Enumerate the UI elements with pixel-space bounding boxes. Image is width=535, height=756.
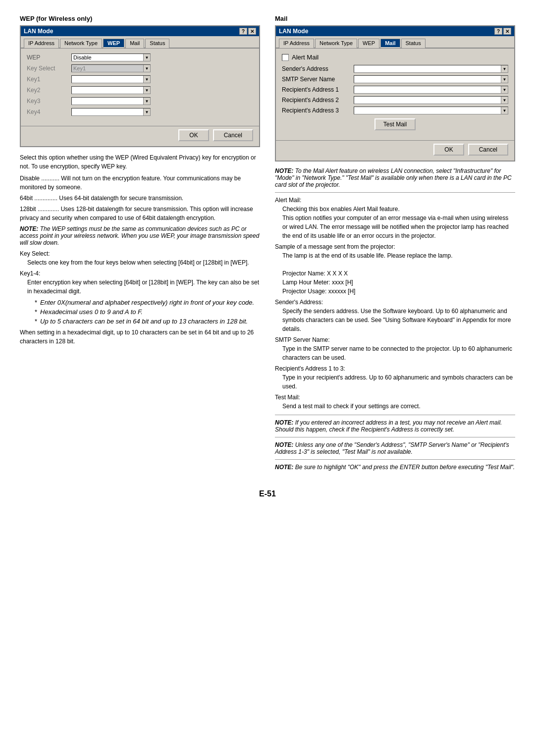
wep-note-italic: NOTE: The WEP settings must be the same … bbox=[20, 225, 260, 246]
bullet-text-1: Enter 0X(numeral and alphabet respective… bbox=[40, 299, 254, 306]
senders-address-input[interactable] bbox=[354, 65, 501, 72]
wep-field-row: WEP ▼ bbox=[27, 54, 253, 61]
key2-input[interactable] bbox=[72, 87, 143, 94]
page-number: E-51 bbox=[20, 489, 515, 508]
key4-input[interactable] bbox=[72, 108, 143, 115]
tab-mail-left[interactable]: Mail bbox=[125, 39, 144, 48]
wep-dialog-footer: OK Cancel bbox=[21, 126, 259, 146]
smtp-section-body: Type in the SMTP server name to be conne… bbox=[282, 344, 515, 362]
recipient2-arrow[interactable]: ▼ bbox=[501, 97, 508, 104]
recipient3-input[interactable] bbox=[354, 107, 501, 114]
test-mail-section-body: Send a test mail to check if your settin… bbox=[282, 402, 515, 411]
senders-address-section-body: Specify the senders address. Use the Sof… bbox=[282, 307, 515, 333]
recipient1-input[interactable] bbox=[354, 86, 501, 93]
key2-input-group[interactable]: ▼ bbox=[71, 86, 151, 94]
senders-address-input-group[interactable]: ▼ bbox=[354, 65, 508, 73]
bullet-2: * Hexadecimal uses 0 to 9 and A to F. bbox=[35, 308, 260, 316]
note-bold-label: NOTE: bbox=[20, 225, 38, 232]
wep-dialog-title: LAN Mode bbox=[24, 28, 53, 35]
wep-dropdown-arrow[interactable]: ▼ bbox=[143, 54, 150, 61]
tab-network-type-left[interactable]: Network Type bbox=[60, 39, 102, 48]
alert-mail-checkbox-row: Alert Mail bbox=[282, 54, 508, 61]
wep-close-button[interactable]: ✕ bbox=[248, 28, 256, 35]
mail-note-top: NOTE: To the Mail Alert feature on wirel… bbox=[275, 167, 515, 188]
key14-body-text: Enter encryption key when selecting [64b… bbox=[27, 278, 260, 296]
tab-network-type-right[interactable]: Network Type bbox=[315, 39, 357, 48]
wep-help-button[interactable]: ? bbox=[239, 28, 247, 35]
wep-value-input[interactable] bbox=[72, 54, 143, 61]
test-mail-button[interactable]: Test Mail bbox=[374, 118, 416, 130]
bullet-text-2: Hexadecimal uses 0 to 9 and A to F. bbox=[40, 308, 143, 316]
tab-ip-address-left[interactable]: IP Address bbox=[24, 39, 59, 48]
mail-ok-button[interactable]: OK bbox=[433, 144, 464, 156]
mail-dialog-body: Alert Mail Sender's Address ▼ SMTP Serve… bbox=[276, 49, 514, 138]
senders-address-row: Sender's Address ▼ bbox=[282, 65, 508, 73]
recipient3-input-group[interactable]: ▼ bbox=[354, 107, 508, 114]
smtp-section-title: SMTP Server Name: bbox=[275, 336, 515, 343]
tab-wep-right[interactable]: WEP bbox=[358, 39, 379, 48]
key1-arrow-btn[interactable]: ▼ bbox=[143, 76, 150, 83]
wep-dialog-buttons: ? ✕ bbox=[239, 28, 256, 35]
alert-mail-checkbox[interactable] bbox=[282, 54, 289, 61]
wep-ok-button[interactable]: OK bbox=[178, 129, 209, 141]
keyselect-value-input[interactable] bbox=[72, 65, 143, 72]
recipient1-arrow[interactable]: ▼ bbox=[501, 86, 508, 93]
alert-mail-section-body: Checking this box enables Alert Mail fea… bbox=[282, 205, 515, 240]
tab-mail-right[interactable]: Mail bbox=[380, 39, 400, 48]
key3-input[interactable] bbox=[72, 98, 143, 105]
key4-arrow-btn[interactable]: ▼ bbox=[143, 108, 150, 115]
tab-wep-left[interactable]: WEP bbox=[103, 39, 124, 48]
mail-dialog: LAN Mode ? ✕ IP Address Network Type WEP… bbox=[275, 25, 515, 162]
left-body-text: Select this option whether using the WEP… bbox=[20, 153, 260, 171]
mail-cancel-button[interactable]: Cancel bbox=[468, 144, 508, 156]
key1-input-group[interactable]: ▼ bbox=[71, 75, 151, 83]
wep-desc-1: Select this option whether using the WEP… bbox=[20, 153, 260, 171]
bullet-1: * Enter 0X(numeral and alphabet respecti… bbox=[35, 299, 260, 306]
two-column-layout: WEP (for Wireless only) LAN Mode ? ✕ IP … bbox=[20, 15, 515, 475]
keyselect-dropdown-arrow[interactable]: ▼ bbox=[143, 65, 150, 72]
key1-label: Key1 bbox=[27, 76, 71, 83]
key3-label: Key3 bbox=[27, 98, 71, 105]
when-setting-text: When setting in a hexadecimal digit, up … bbox=[20, 328, 260, 346]
key2-label: Key2 bbox=[27, 87, 71, 94]
bullet-text-3: Up to 5 characters can be set in 64 bit … bbox=[40, 318, 248, 325]
mail-dialog-titlebar: LAN Mode ? ✕ bbox=[276, 26, 514, 36]
senders-address-arrow[interactable]: ▼ bbox=[501, 65, 508, 72]
recipient3-row: Recipient's Address 3 ▼ bbox=[282, 107, 508, 114]
keyselect-field-row: Key Select ▼ bbox=[27, 64, 253, 72]
wep-cancel-button[interactable]: Cancel bbox=[213, 129, 253, 141]
recipient3-arrow[interactable]: ▼ bbox=[501, 107, 508, 114]
left-section-heading: WEP (for Wireless only) bbox=[20, 15, 260, 22]
wep-dialog: LAN Mode ? ✕ IP Address Network Type WEP… bbox=[20, 25, 260, 147]
smtp-server-input[interactable] bbox=[354, 76, 501, 83]
mail-help-button[interactable]: ? bbox=[494, 28, 502, 35]
smtp-server-arrow[interactable]: ▼ bbox=[501, 76, 508, 83]
recipient2-input[interactable] bbox=[354, 97, 501, 104]
key4-input-group[interactable]: ▼ bbox=[71, 108, 151, 116]
test-mail-container: Test Mail bbox=[282, 118, 508, 130]
key2-arrow-btn[interactable]: ▼ bbox=[143, 87, 150, 94]
recipient1-input-group[interactable]: ▼ bbox=[354, 86, 508, 94]
key1-field-row: Key1 ▼ bbox=[27, 75, 253, 83]
mail-close-button[interactable]: ✕ bbox=[503, 28, 511, 35]
sample-message-body: The lamp is at the end of its usable lif… bbox=[282, 251, 515, 296]
wep-dialog-tabs: IP Address Network Type WEP Mail Status bbox=[21, 36, 259, 49]
tab-ip-address-right[interactable]: IP Address bbox=[279, 39, 314, 48]
128bit-desc: 128bit ............. Uses 128-bit datale… bbox=[20, 205, 260, 222]
wep-dropdown[interactable]: ▼ bbox=[71, 54, 151, 61]
disable-desc: Disable ........... Will not turn on the… bbox=[20, 174, 260, 192]
keyselect-dropdown[interactable]: ▼ bbox=[71, 64, 151, 72]
mail-note-1: NOTE: If you entered an incorrect addres… bbox=[275, 419, 515, 433]
recipient2-input-group[interactable]: ▼ bbox=[354, 96, 508, 104]
key4-label: Key4 bbox=[27, 108, 71, 115]
tab-status-right[interactable]: Status bbox=[401, 39, 426, 48]
smtp-server-input-group[interactable]: ▼ bbox=[354, 75, 508, 83]
smtp-server-label: SMTP Server Name bbox=[282, 76, 354, 83]
key3-input-group[interactable]: ▼ bbox=[71, 97, 151, 105]
divider-4 bbox=[275, 459, 515, 460]
key3-arrow-btn[interactable]: ▼ bbox=[143, 98, 150, 105]
tab-status-left[interactable]: Status bbox=[145, 39, 169, 48]
key-select-body: Selects one key from the four keys below… bbox=[27, 258, 260, 267]
recipient-section-body: Type in your recipient's address. Up to … bbox=[282, 373, 515, 391]
key1-input[interactable] bbox=[72, 76, 143, 83]
